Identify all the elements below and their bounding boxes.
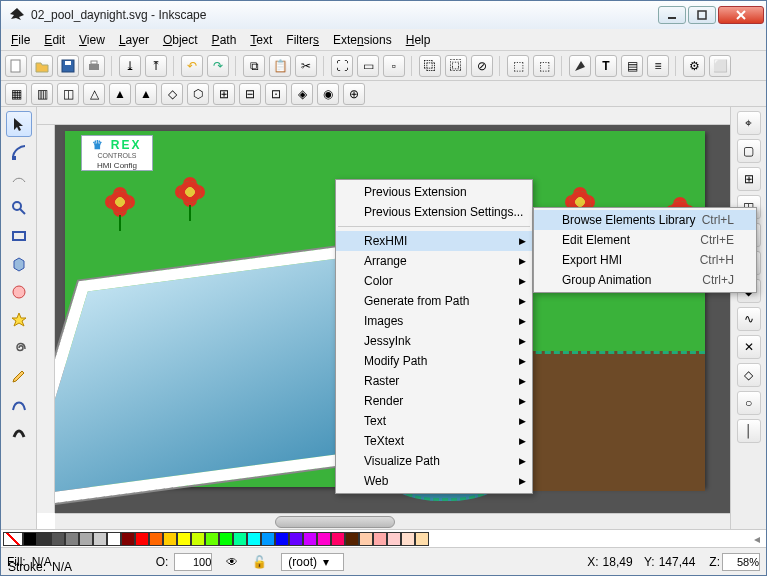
palette-menu-icon[interactable]: ◂ [750, 532, 764, 546]
menu-object[interactable]: Object [157, 31, 204, 49]
swatch[interactable] [261, 532, 275, 546]
swatch[interactable] [401, 532, 415, 546]
ext-generate[interactable]: Generate from Path▶ [336, 291, 532, 311]
swatch[interactable] [191, 532, 205, 546]
rexhmi-edit[interactable]: Edit ElementCtrl+E [534, 230, 756, 250]
swatch[interactable] [331, 532, 345, 546]
layer-selector[interactable]: (root) ▾ [281, 553, 344, 571]
ext-previous-settings[interactable]: Previous Extension Settings... [336, 202, 532, 222]
snap-i[interactable]: ⊞ [213, 83, 235, 105]
zoom-page-button[interactable]: ▫ [383, 55, 405, 77]
snap-g[interactable]: ◇ [161, 83, 183, 105]
menu-text[interactable]: Text [244, 31, 278, 49]
ext-images[interactable]: Images▶ [336, 311, 532, 331]
pencil-tool[interactable] [6, 363, 32, 389]
swatch[interactable] [303, 532, 317, 546]
swatch[interactable] [149, 532, 163, 546]
swatch[interactable] [93, 532, 107, 546]
zoom-tool[interactable] [6, 195, 32, 221]
redo-button[interactable]: ↷ [207, 55, 229, 77]
text-dialog-button[interactable]: T [595, 55, 617, 77]
swatch[interactable] [65, 532, 79, 546]
align-dialog-button[interactable]: ≡ [647, 55, 669, 77]
snap-a[interactable]: ▦ [5, 83, 27, 105]
tweak-tool[interactable] [6, 167, 32, 193]
menu-file[interactable]: File [5, 31, 36, 49]
snap-c[interactable]: ◫ [57, 83, 79, 105]
zoom-fit-button[interactable]: ⛶ [331, 55, 353, 77]
snap-b[interactable]: ▥ [31, 83, 53, 105]
swatch-none[interactable] [3, 532, 23, 546]
menu-view[interactable]: View [73, 31, 111, 49]
minimize-button[interactable] [658, 6, 686, 24]
swatch[interactable] [317, 532, 331, 546]
spiral-tool[interactable] [6, 335, 32, 361]
close-button[interactable] [718, 6, 764, 24]
ext-arrange[interactable]: Arrange▶ [336, 251, 532, 271]
star-tool[interactable] [6, 307, 32, 333]
visibility-icon[interactable]: 👁 [226, 555, 238, 569]
calligraphy-tool[interactable] [6, 419, 32, 445]
ext-render[interactable]: Render▶ [336, 391, 532, 411]
ext-web[interactable]: Web▶ [336, 471, 532, 491]
snap-path[interactable]: ∿ [737, 307, 761, 331]
opacity-input[interactable] [174, 553, 212, 571]
ext-visualizepath[interactable]: Visualize Path▶ [336, 451, 532, 471]
swatch[interactable] [107, 532, 121, 546]
snap-edge[interactable]: ⊞ [737, 167, 761, 191]
bezier-tool[interactable] [6, 391, 32, 417]
swatch[interactable] [23, 532, 37, 546]
snap-h[interactable]: ⬡ [187, 83, 209, 105]
swatch[interactable] [359, 532, 373, 546]
snap-e[interactable]: ▲ [109, 83, 131, 105]
swatch[interactable] [135, 532, 149, 546]
ext-rexhmi[interactable]: RexHMI▶ [336, 231, 532, 251]
menu-filters[interactable]: Filters [280, 31, 325, 49]
swatch[interactable] [345, 532, 359, 546]
box3d-tool[interactable] [6, 251, 32, 277]
import-button[interactable]: ⤓ [119, 55, 141, 77]
xml-button[interactable]: ▤ [621, 55, 643, 77]
scrollbar-horizontal[interactable] [55, 513, 730, 529]
snap-j[interactable]: ⊟ [239, 83, 261, 105]
rexhmi-export[interactable]: Export HMICtrl+H [534, 250, 756, 270]
swatch[interactable] [247, 532, 261, 546]
new-button[interactable] [5, 55, 27, 77]
rect-tool[interactable] [6, 223, 32, 249]
menu-edit[interactable]: Edit [38, 31, 71, 49]
menu-extensions[interactable]: Extensions [327, 31, 398, 49]
swatch[interactable] [163, 532, 177, 546]
node-tool[interactable] [6, 139, 32, 165]
group-button[interactable]: ⬚ [507, 55, 529, 77]
menu-help[interactable]: Help [400, 31, 437, 49]
ellipse-tool[interactable] [6, 279, 32, 305]
snap-k[interactable]: ⊡ [265, 83, 287, 105]
save-button[interactable] [57, 55, 79, 77]
snap-line[interactable]: │ [737, 419, 761, 443]
swatch[interactable] [219, 532, 233, 546]
snap-m[interactable]: ◉ [317, 83, 339, 105]
export-button[interactable]: ⤒ [145, 55, 167, 77]
snap-l[interactable]: ◈ [291, 83, 313, 105]
snap-n[interactable]: ⊕ [343, 83, 365, 105]
unlink-button[interactable]: ⊘ [471, 55, 493, 77]
menu-path[interactable]: Path [206, 31, 243, 49]
lock-icon[interactable]: 🔓 [252, 555, 267, 569]
swatch[interactable] [79, 532, 93, 546]
swatch[interactable] [177, 532, 191, 546]
zoom-draw-button[interactable]: ▭ [357, 55, 379, 77]
rexhmi-group[interactable]: Group AnimationCtrl+J [534, 270, 756, 290]
prefs-button[interactable]: ⚙ [683, 55, 705, 77]
snap-f[interactable]: ▲ [135, 83, 157, 105]
ext-raster[interactable]: Raster▶ [336, 371, 532, 391]
open-button[interactable] [31, 55, 53, 77]
swatch[interactable] [121, 532, 135, 546]
swatch[interactable] [373, 532, 387, 546]
zoom-input[interactable] [722, 553, 760, 571]
rexhmi-browse[interactable]: Browse Elements LibraryCtrl+L [534, 210, 756, 230]
snap-intersect[interactable]: ✕ [737, 335, 761, 359]
maximize-button[interactable] [688, 6, 716, 24]
clone-button[interactable]: ⿴ [445, 55, 467, 77]
snap-d[interactable]: △ [83, 83, 105, 105]
docprefs-button[interactable]: ⬜ [709, 55, 731, 77]
